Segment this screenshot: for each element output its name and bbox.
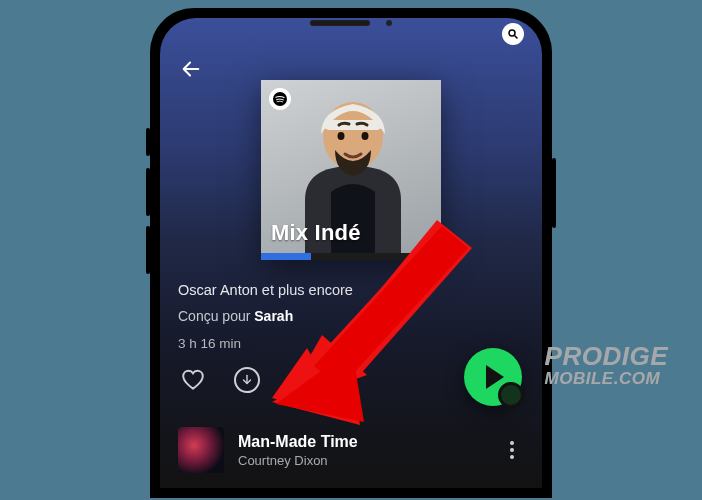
- svg-rect-4: [324, 120, 382, 130]
- made-for-line: Conçu pour Sarah: [178, 308, 524, 324]
- cover-container: Mix Indé: [178, 80, 524, 260]
- earpiece: [310, 20, 370, 26]
- phone-frame: Mix Indé Oscar Anton et plus encore Conç…: [150, 8, 552, 498]
- svg-point-0: [509, 30, 515, 36]
- download-button[interactable]: [232, 365, 262, 395]
- side-button-physical: [146, 226, 150, 274]
- track-more-button[interactable]: [500, 441, 524, 459]
- watermark-line-1: PRODIGE: [545, 343, 668, 370]
- svg-point-5: [338, 132, 345, 140]
- download-icon: [234, 367, 260, 393]
- playlist-byline: Oscar Anton et plus encore: [178, 282, 524, 298]
- track-artwork: [178, 427, 224, 473]
- track-info: Man-Made Time Courtney Dixon: [238, 433, 486, 468]
- search-status-icon: [502, 23, 524, 45]
- content: Mix Indé Oscar Anton et plus encore Conç…: [160, 80, 542, 477]
- play-icon: [486, 365, 504, 389]
- spotify-icon: [269, 88, 291, 110]
- arrow-left-icon: [180, 58, 202, 80]
- more-options-button[interactable]: [286, 365, 316, 395]
- heart-icon: [180, 367, 206, 393]
- track-title: Man-Made Time: [238, 433, 486, 451]
- svg-point-6: [362, 132, 369, 140]
- track-artist: Courtney Dixon: [238, 453, 486, 468]
- screen: Mix Indé Oscar Anton et plus encore Conç…: [160, 18, 542, 488]
- track-row[interactable]: Man-Made Time Courtney Dixon: [178, 423, 524, 477]
- made-for-user: Sarah: [254, 308, 293, 324]
- notch: [310, 20, 392, 26]
- power-button-physical: [552, 158, 556, 228]
- watermark-line-2: MOBILE.COM: [545, 370, 668, 388]
- cover-title: Mix Indé: [271, 220, 361, 246]
- volume-down-button-physical: [146, 168, 150, 216]
- play-button[interactable]: [464, 348, 522, 406]
- like-button[interactable]: [178, 365, 208, 395]
- svg-line-1: [515, 36, 518, 39]
- more-vertical-icon: [299, 371, 303, 389]
- made-for-prefix: Conçu pour: [178, 308, 254, 324]
- back-button[interactable]: [174, 52, 208, 86]
- volume-up-button-physical: [146, 128, 150, 156]
- watermark: PRODIGE MOBILE.COM: [545, 343, 668, 388]
- more-vertical-icon: [510, 441, 514, 459]
- playlist-cover[interactable]: Mix Indé: [261, 80, 441, 260]
- playlist-duration: 3 h 16 min: [178, 336, 524, 351]
- front-camera: [386, 20, 392, 26]
- cover-accent-bar: [261, 253, 441, 260]
